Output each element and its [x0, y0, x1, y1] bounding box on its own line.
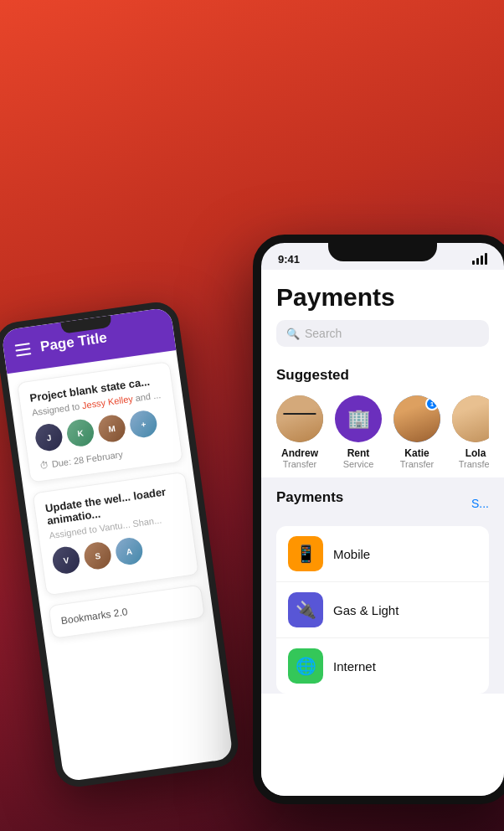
gas-icon: 🔌	[288, 592, 323, 627]
avatar-u2: S	[83, 540, 113, 570]
mobile-icon: 📱	[288, 536, 323, 571]
card-bookmarks[interactable]: Bookmarks 2.0	[48, 585, 205, 639]
suggested-section: Suggested Andrew Transfer 🏢	[261, 355, 504, 477]
avatar-katie: 1	[393, 395, 440, 442]
phone-right: 9:41 Payments 🔍 Search Suggested	[253, 235, 504, 804]
suggested-type-katie: Transfer	[400, 459, 435, 469]
payments-header: Payments 🔍 Search	[261, 270, 504, 355]
payment-name-gas: Gas & Light	[333, 603, 399, 617]
building-icon: 🏢	[347, 408, 370, 430]
payment-item-gas[interactable]: 🔌 Gas & Light	[276, 582, 489, 638]
suggested-name-andrew: Andrew	[281, 447, 318, 459]
see-all-button[interactable]: S...	[471, 497, 489, 510]
card-bookmarks-title: Bookmarks 2.0	[60, 596, 193, 627]
payment-item-mobile[interactable]: 📱 Mobile	[276, 526, 489, 582]
glasses-icon	[283, 413, 316, 420]
status-time: 9:41	[278, 253, 300, 266]
payments-section-header: Payments S...	[276, 489, 489, 518]
avatar-andrew	[276, 395, 323, 442]
avatar-4: +	[128, 409, 158, 439]
suggested-name-katie: Katie	[404, 447, 429, 459]
payment-item-internet[interactable]: 🌐 Internet	[276, 638, 489, 694]
payments-section: Payments S... 📱 Mobile 🔌 Gas & Light 🌐 I…	[261, 477, 504, 694]
payments-section-title: Payments	[276, 489, 343, 506]
search-placeholder: Search	[305, 327, 342, 340]
suggested-item-andrew[interactable]: Andrew Transfer	[276, 395, 323, 469]
avatar-u3: A	[114, 536, 144, 566]
payment-list: 📱 Mobile 🔌 Gas & Light 🌐 Internet	[276, 526, 489, 694]
phone-right-body: Payments 🔍 Search Suggested Andrew Trans…	[261, 270, 504, 796]
suggested-item-katie[interactable]: 1 Katie Transfer	[393, 395, 440, 469]
signal-bars-icon	[472, 253, 487, 265]
avatar-u1: V	[51, 545, 81, 576]
search-bar[interactable]: 🔍 Search	[276, 320, 489, 347]
avatar-3: M	[97, 413, 127, 443]
avatar-2: K	[65, 418, 95, 448]
suggested-item-rent[interactable]: 🏢 Rent Service	[335, 395, 382, 469]
internet-icon: 🌐	[288, 648, 323, 684]
avatar-1: J	[33, 422, 64, 452]
status-icons	[472, 253, 487, 265]
hamburger-icon[interactable]	[15, 343, 32, 356]
suggested-item-lola[interactable]: Lola Transfer	[452, 395, 489, 469]
avatar-rent: 🏢	[335, 395, 382, 442]
phone-left: Page Title Project blank state ca... Ass…	[0, 299, 241, 789]
suggested-section-title: Suggested	[276, 367, 489, 384]
suggested-type-andrew: Transfer	[283, 459, 317, 469]
search-icon: 🔍	[286, 328, 300, 340]
suggested-name-rent: Rent	[347, 447, 370, 459]
payments-title: Payments	[276, 283, 489, 312]
suggested-type-lola: Transfer	[459, 459, 489, 469]
clock-icon: ⏱	[39, 460, 49, 471]
badge-katie: 1	[425, 397, 439, 410]
suggested-name-lola: Lola	[465, 447, 486, 459]
payment-name-mobile: Mobile	[333, 547, 370, 561]
left-phone-title: Page Title	[39, 329, 108, 355]
card-update[interactable]: Update the wel... loader animatio... Ass…	[32, 472, 198, 596]
suggested-type-rent: Service	[343, 459, 374, 469]
right-phone-notch	[328, 243, 437, 261]
payment-name-internet: Internet	[333, 659, 376, 674]
suggested-row: Andrew Transfer 🏢 Rent Service 1	[276, 395, 489, 469]
card-project[interactable]: Project blank state ca... Assigned to Je…	[17, 361, 183, 483]
avatar-lola	[452, 395, 489, 442]
left-phone-content: Project blank state ca... Assigned to Je…	[7, 350, 216, 660]
